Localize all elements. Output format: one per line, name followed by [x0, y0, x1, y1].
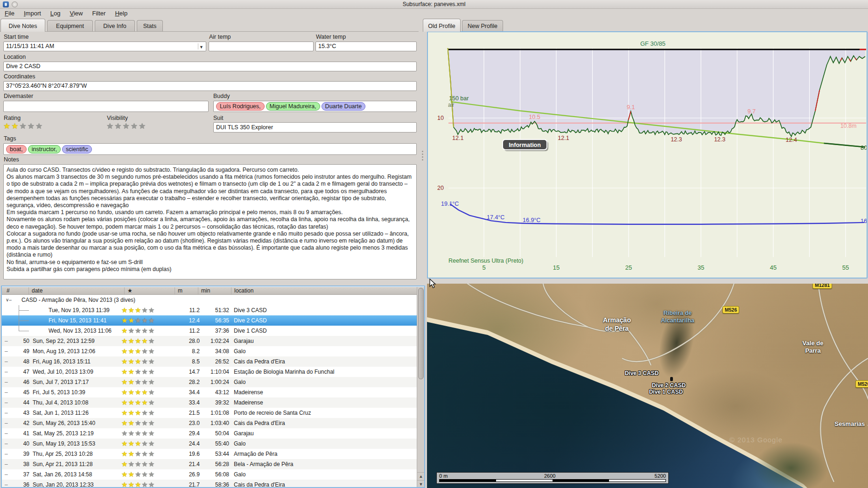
dive-rating-stars: ★★★★★	[121, 459, 155, 469]
column-header-date[interactable]: date	[28, 287, 42, 294]
dive-row[interactable]: –48Fri, Aug 16, 2013 15:11★★★★★8.526:52C…	[2, 356, 424, 367]
tab-equipment[interactable]: Equipment	[47, 20, 93, 32]
trip-expander-icon[interactable]: ∨–	[6, 295, 12, 305]
coordinates-input[interactable]: 37°05'23.460"N 8°20'47.879"W	[3, 81, 417, 91]
menu-log[interactable]: Log	[46, 9, 65, 19]
horizontal-splitter[interactable]	[427, 279, 868, 284]
notes-textarea[interactable]: Aula do curso CASD. Transectos c/video e…	[3, 164, 417, 279]
menu-view[interactable]: View	[65, 9, 88, 19]
visibility-stars[interactable]: ★★★★★	[106, 122, 147, 131]
star: ★	[135, 419, 141, 427]
tab-new-profile[interactable]: New Profile	[462, 20, 503, 32]
dive-row[interactable]: –49Mon, Aug 19, 2013 12:06★★★★★8.234:08G…	[2, 346, 424, 356]
dive-rating-stars: ★★★★★	[121, 356, 155, 367]
menu-file[interactable]: File	[0, 9, 19, 19]
dive-row[interactable]: Tue, Nov 19, 2013 11:39★★★★★11.251:32Div…	[2, 305, 424, 315]
dive-number: 45	[2, 387, 29, 397]
star: ★	[128, 316, 134, 324]
menu-filter[interactable]: Filter	[87, 9, 110, 19]
star: ★	[148, 439, 155, 447]
water-temp-input[interactable]: 15.3°C	[315, 42, 417, 51]
star: ★	[135, 347, 141, 355]
tab-stats[interactable]: Stats	[137, 20, 163, 32]
chevron-down-icon[interactable]: ▼	[198, 43, 204, 49]
buddy-label: Buddy	[213, 93, 230, 99]
tree-line	[19, 326, 19, 331]
dive-trip-row[interactable]: ∨–CASD - Armação de Pêra, Nov 2013 (3 di…	[2, 295, 424, 305]
dive-row[interactable]: –38Sun, Apr 21, 2013 11:28★★★★★21.456:28…	[2, 459, 424, 469]
star: ★	[141, 327, 148, 335]
star: ★	[128, 388, 134, 396]
scrollbar-thumb[interactable]	[418, 288, 424, 379]
star: ★	[141, 460, 148, 468]
column-header-location[interactable]: location	[231, 287, 253, 294]
suit-input[interactable]: DUI TLS 350 Explorer	[213, 122, 417, 132]
dive-duration: 1:00:24	[186, 377, 229, 387]
star: ★	[128, 368, 134, 376]
rating-star: ★	[3, 122, 11, 131]
min-depth-annotation: 9.1	[627, 104, 635, 111]
star: ★	[135, 316, 141, 324]
rating-stars[interactable]: ★★★★★	[3, 122, 43, 131]
star: ★	[135, 450, 141, 458]
column-header-num[interactable]: #	[4, 287, 10, 294]
buddy-input[interactable]: Luís Rodrigues,Miguel Madureira,Duarte D…	[213, 101, 417, 112]
dive-list-header: #date★mminlocation	[2, 287, 424, 295]
scroll-up-arrow-icon[interactable]: ▲	[417, 472, 425, 480]
coordinates-label: Coordinates	[4, 73, 35, 80]
dive-location-map[interactable]: Armaçãode PêraRibeira deAlcantarilhaVale…	[427, 284, 868, 488]
scroll-down-arrow-icon[interactable]: ▼	[417, 480, 425, 488]
map-scale-bar: 0 m 2600 5200	[436, 472, 669, 484]
dive-row[interactable]: Wed, Nov 13, 2013 11:06★★★★★11.237:36Div…	[2, 326, 424, 336]
dive-number: 37	[2, 469, 29, 480]
star: ★	[148, 337, 155, 345]
dive-rating-stars: ★★★★★	[121, 480, 155, 488]
start-time-combobox[interactable]: 11/15/13 11:41 AM ▼	[3, 42, 206, 51]
visibility-star: ★	[106, 122, 114, 131]
star: ★	[121, 378, 128, 386]
dive-list-scrollbar[interactable]: ▲ ▼	[417, 287, 424, 488]
title-bar[interactable]: Subsurface: paneves.xml	[0, 0, 868, 9]
tab-dive-info[interactable]: Dive Info	[95, 20, 135, 32]
air-temp-input[interactable]	[209, 42, 314, 51]
dive-row[interactable]: –40Sun, May 19, 2013 15:53★★★★★24.455:40…	[2, 439, 424, 449]
star: ★	[141, 357, 148, 365]
tags-input[interactable]: boat,instructor,scientific	[3, 143, 417, 155]
visibility-star: ★	[123, 122, 131, 131]
dive-row[interactable]: –36Sun, Jan 20, 2013 12:33★★★★★21.758:36…	[2, 480, 424, 488]
dive-profile-chart[interactable]: 10.8mGF 30/85150 barair80102051525354555…	[427, 31, 868, 279]
time-axis-tick: 25	[625, 264, 632, 271]
star: ★	[148, 481, 155, 488]
star: ★	[121, 450, 128, 458]
dive-location: Galo	[234, 377, 245, 387]
dive-location: Galo	[234, 469, 245, 480]
menu-bar: FileImportLogViewFilterHelp	[0, 9, 868, 19]
dive-row[interactable]: –39Thu, Apr 25, 2013 10:28★★★★★19.653:44…	[2, 449, 424, 459]
dive-row[interactable]: –41Sat, May 25, 2013 12:19★★★★★29.450:04…	[2, 428, 424, 439]
dive-duration: 1:03:40	[186, 418, 229, 428]
dive-row[interactable]: –44Thu, Jul 4, 2013 10:08★★★★★33.439:32M…	[2, 397, 424, 408]
map-place-label: Armaçãode Pêra	[603, 316, 631, 333]
tab-dive-notes[interactable]: Dive Notes	[0, 19, 45, 32]
column-header-rating[interactable]: ★	[124, 287, 133, 294]
start-time-label: Start time	[4, 34, 29, 40]
dive-row[interactable]: –37Sat, Jan 26, 2013 14:58★★★★★26.956:08…	[2, 469, 424, 480]
divemaster-input[interactable]	[3, 101, 209, 112]
dive-row[interactable]: –45Fri, Jul 5, 2013 10:39★★★★★34.443:12M…	[2, 387, 424, 397]
dive-row[interactable]: Fri, Nov 15, 2013 11:41★★★★★12.456:35Div…	[2, 315, 424, 326]
location-input[interactable]: Dive 2 CASD	[3, 62, 417, 71]
star: ★	[148, 460, 155, 468]
dive-row[interactable]: –47Wed, Jul 10, 2013 13:09★★★★★14.71:10:…	[2, 367, 424, 377]
dive-number: 46	[2, 377, 29, 387]
dive-row[interactable]: –43Sat, Jun 1, 2013 11:26★★★★★21.51:01:0…	[2, 408, 424, 418]
dive-row[interactable]: –46Sun, Jul 7, 2013 17:17★★★★★28.21:00:2…	[2, 377, 424, 387]
menu-import[interactable]: Import	[19, 9, 46, 19]
menu-help[interactable]: Help	[110, 9, 132, 19]
dive-row[interactable]: –42Sun, May 26, 2013 15:40★★★★★23.01:03:…	[2, 418, 424, 428]
column-header-depth[interactable]: m	[175, 287, 182, 294]
dive-row[interactable]: –50Sun, Sep 22, 2013 12:59★★★★★28.01:02:…	[2, 336, 424, 346]
rating-star: ★	[35, 122, 43, 131]
tab-old-profile[interactable]: Old Profile	[423, 19, 461, 32]
column-header-duration[interactable]: min	[198, 287, 210, 294]
time-axis-tick: 55	[842, 264, 849, 271]
